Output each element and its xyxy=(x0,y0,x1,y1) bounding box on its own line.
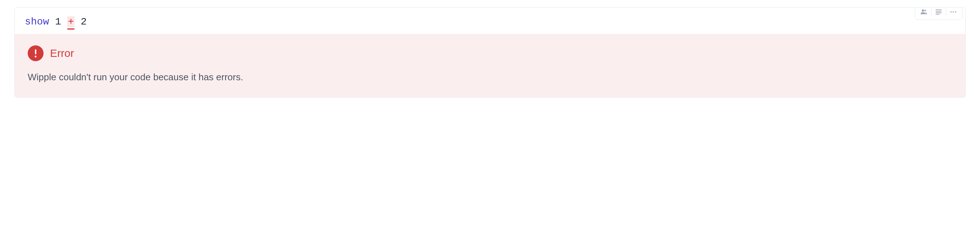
code-space xyxy=(61,16,67,27)
error-panel: Error Wipple couldn't run your code beca… xyxy=(15,34,965,97)
svg-point-8 xyxy=(955,11,957,13)
format-button[interactable] xyxy=(931,7,946,18)
people-button[interactable] xyxy=(917,7,931,18)
error-title: Error xyxy=(50,47,74,59)
code-operator-error[interactable]: + xyxy=(67,16,75,27)
code-operand-1: 1 xyxy=(55,16,61,27)
more-button[interactable] xyxy=(946,7,961,18)
toolbar xyxy=(915,7,963,20)
people-icon xyxy=(920,8,928,17)
svg-rect-9 xyxy=(35,49,37,54)
code-block-container: show 1 + 2 Error Wipple couldn't run you… xyxy=(14,7,966,97)
alert-icon xyxy=(28,45,43,61)
lines-icon xyxy=(935,8,942,17)
code-keyword: show xyxy=(25,16,49,27)
code-operand-2: 2 xyxy=(81,16,87,27)
svg-point-10 xyxy=(35,56,37,57)
svg-point-1 xyxy=(924,10,926,11)
code-space xyxy=(49,16,55,27)
svg-point-0 xyxy=(922,10,924,11)
code-space xyxy=(75,16,81,27)
error-message: Wipple couldn't run your code because it… xyxy=(28,70,952,83)
svg-point-7 xyxy=(953,11,954,13)
code-editor[interactable]: show 1 + 2 xyxy=(15,8,965,34)
error-header: Error xyxy=(28,45,952,61)
svg-point-6 xyxy=(950,11,952,13)
code-line: show 1 + 2 xyxy=(25,16,955,27)
more-icon xyxy=(950,8,957,17)
